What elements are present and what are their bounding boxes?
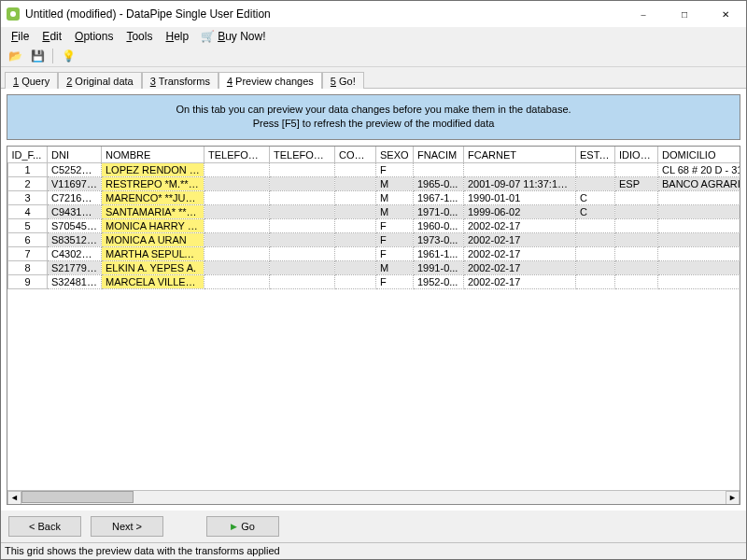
cell[interactable] [204,163,270,177]
table-row[interactable]: 7C43028837MARTHA SEPULVEDAF1961-1...2002… [8,247,741,261]
menu-help[interactable]: Help [159,28,195,45]
cell[interactable] [204,177,270,191]
cell[interactable] [658,247,741,261]
cell[interactable]: 9 [8,275,48,289]
cell[interactable] [576,275,615,289]
help-button[interactable]: 💡 [58,47,78,65]
cell[interactable] [335,219,376,233]
cell[interactable]: 2002-02-17 [464,275,576,289]
cell[interactable] [576,219,615,233]
cell[interactable] [658,233,741,247]
menu-edit[interactable]: Edit [35,28,68,45]
cell[interactable] [615,163,658,177]
cell[interactable] [335,177,376,191]
menu-tools[interactable]: Tools [120,28,159,45]
cell[interactable]: 1965-0... [414,177,464,191]
next-button[interactable]: Next > [91,516,163,537]
cell[interactable] [615,191,658,205]
cell[interactable]: ELKIN A. YEPES A. [102,261,204,275]
cell[interactable]: 3 [8,191,48,205]
cell[interactable]: ESP [615,177,658,191]
go-button[interactable]: Go [206,516,279,537]
table-row[interactable]: 6S835120...MONICA A URANF1973-0...2002-0… [8,233,741,247]
cell[interactable] [270,247,335,261]
save-button[interactable]: 💾 [27,47,48,65]
cell[interactable]: S217794... [48,261,102,275]
cell[interactable]: 1952-0... [414,275,464,289]
cell[interactable] [270,233,335,247]
cell[interactable]: MONICA A URAN [102,233,204,247]
cell[interactable] [204,205,270,219]
table-row[interactable]: 9S324817...MARCELA VILLEGAS AF1952-0...2… [8,275,741,289]
column-header[interactable]: TELEFONOT... [270,147,335,163]
cell[interactable]: 2002-02-17 [464,219,576,233]
cell[interactable] [615,219,658,233]
cell[interactable]: 2 [8,177,48,191]
cell[interactable] [576,163,615,177]
table-row[interactable]: 1C52528144LOPEZ RENDON NANCY ...FCL 68 #… [8,163,741,177]
cell[interactable] [658,275,741,289]
cell[interactable]: F [376,247,414,261]
cell[interactable] [414,163,464,177]
cell[interactable] [270,261,335,275]
cell[interactable]: S324817... [48,275,102,289]
cell[interactable]: C43028837 [48,247,102,261]
cell[interactable] [270,275,335,289]
open-button[interactable]: 📂 [5,47,25,65]
cell[interactable] [270,205,335,219]
column-header[interactable]: SEXO [376,147,414,163]
scroll-right-arrow[interactable]: ► [726,491,740,505]
cell[interactable]: 7 [8,247,48,261]
column-header[interactable]: NOMBRE [102,147,204,163]
cell[interactable]: F [376,163,414,177]
cell[interactable] [658,261,741,275]
tab-query[interactable]: 1 Query [5,72,58,89]
scroll-track[interactable] [21,491,726,505]
column-header[interactable]: ID_F... [8,147,48,163]
menu-buy-now[interactable]: 🛒Buy Now! [195,28,271,45]
cell[interactable]: C94310204 [48,205,102,219]
cell[interactable]: 1967-1... [414,191,464,205]
cell[interactable]: LOPEZ RENDON NANCY ... [102,163,204,177]
cell[interactable] [335,247,376,261]
cell[interactable]: 4 [8,205,48,219]
cell[interactable] [204,191,270,205]
cell[interactable]: 1990-01-01 [464,191,576,205]
cell[interactable]: V116976... [48,177,102,191]
cell[interactable] [204,261,270,275]
cell[interactable] [204,219,270,233]
menu-options[interactable]: Options [68,28,120,45]
cell[interactable] [576,233,615,247]
cell[interactable]: 2002-02-17 [464,233,576,247]
cell[interactable]: S835120... [48,233,102,247]
table-row[interactable]: 5S705453...MONICA HARRY JARAM...F1960-0.… [8,219,741,233]
tab-preview-changes[interactable]: 4 Preview changes [218,72,322,89]
cell[interactable] [615,233,658,247]
cell[interactable] [576,177,615,191]
minimize-button[interactable]: – [623,1,664,27]
cell[interactable] [658,205,741,219]
column-header[interactable]: FCARNET [464,147,576,163]
cell[interactable] [270,191,335,205]
cell[interactable]: 1971-0... [414,205,464,219]
column-header[interactable]: ESTA... [576,147,615,163]
cell[interactable] [576,261,615,275]
cell[interactable]: 1960-0... [414,219,464,233]
cell[interactable]: RESTREPO *M.**ADIEL [102,177,204,191]
cell[interactable]: SANTAMARIA* **NICA... [102,205,204,219]
tab-original-data[interactable]: 2 Original data [58,72,142,89]
column-header[interactable]: CODP... [335,147,376,163]
cell[interactable]: M [376,191,414,205]
cell[interactable]: 1 [8,163,48,177]
column-header[interactable]: TELEFONOP... [204,147,270,163]
cell[interactable]: S705453... [48,219,102,233]
cell[interactable] [270,163,335,177]
cell[interactable]: 1961-1... [414,247,464,261]
cell[interactable]: 8 [8,261,48,275]
cell[interactable]: F [376,275,414,289]
cell[interactable] [204,247,270,261]
cell[interactable]: MONICA HARRY JARAM... [102,219,204,233]
tab-go[interactable]: 5 Go! [322,72,364,89]
cell[interactable]: MARCELA VILLEGAS A [102,275,204,289]
horizontal-scrollbar[interactable]: ◄ ► [7,490,740,504]
